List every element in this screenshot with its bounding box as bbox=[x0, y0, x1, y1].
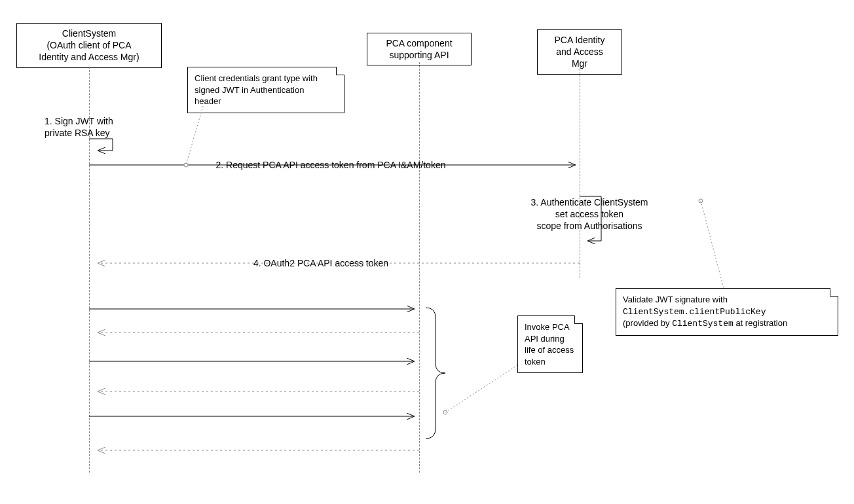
msg3-label: 3. Authenticate ClientSystemset access t… bbox=[517, 196, 661, 232]
svg-point-12 bbox=[443, 410, 447, 414]
msg4-label: 4. OAuth2 PCA API access token bbox=[223, 257, 419, 269]
svg-point-1 bbox=[184, 163, 188, 167]
msg1-label: 1. Sign JWT withprivate RSA key bbox=[45, 115, 133, 139]
note-client-credentials: Client credentials grant type withsigned… bbox=[187, 67, 344, 113]
svg-line-4 bbox=[701, 201, 724, 288]
note-invoke-text: Invoke PCAAPI duringlife of accesstoken bbox=[525, 322, 574, 367]
msg2-label: 2. Request PCA API access token from PCA… bbox=[200, 159, 462, 171]
participant-pca-api: PCA componentsupporting API bbox=[367, 33, 472, 65]
note-validate-pre: Validate JWT signature with bbox=[623, 295, 728, 304]
lifeline-pca-api bbox=[419, 62, 420, 473]
participant-pca-iam-label: PCA Identityand AccessMgr bbox=[554, 35, 604, 69]
note-client-credentials-text: Client credentials grant type withsigned… bbox=[195, 73, 318, 106]
note-validate-post: at registration bbox=[733, 318, 787, 328]
participant-pca-iam: PCA Identityand AccessMgr bbox=[537, 29, 622, 75]
arrows-layer bbox=[0, 0, 854, 504]
svg-line-13 bbox=[445, 365, 517, 412]
svg-point-3 bbox=[699, 199, 703, 203]
participant-client: ClientSystem(OAuth client of PCAIdentity… bbox=[16, 23, 162, 68]
participant-client-label: ClientSystem(OAuth client of PCAIdentity… bbox=[39, 28, 139, 62]
note-validate-code: ClientSystem.clientPublicKey bbox=[623, 307, 766, 317]
note-validate-code2: ClientSystem bbox=[672, 319, 733, 329]
note-validate: Validate JWT signature withClientSystem.… bbox=[616, 288, 838, 336]
svg-line-2 bbox=[186, 106, 203, 165]
lifeline-pca-iam bbox=[580, 69, 580, 278]
participant-pca-api-label: PCA componentsupporting API bbox=[386, 38, 452, 60]
note-invoke: Invoke PCAAPI duringlife of accesstoken bbox=[517, 315, 583, 373]
sequence-diagram: ClientSystem(OAuth client of PCAIdentity… bbox=[0, 0, 854, 504]
note-validate-mid: (provided by bbox=[623, 318, 672, 328]
